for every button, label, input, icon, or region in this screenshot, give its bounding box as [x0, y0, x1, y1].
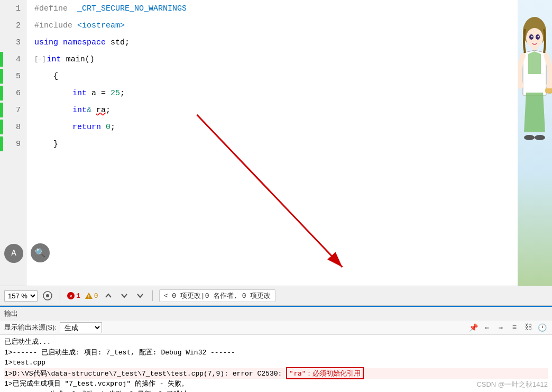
code-line-2: #include <iostream>: [32, 17, 552, 34]
code-line-6: int a = 25;: [32, 85, 552, 102]
clock-icon[interactable]: 🕐: [536, 322, 548, 333]
output-line-5: 1>已完成生成项目 "7_test.vcxproj" 的操作 - 失败。: [4, 379, 548, 389]
semi1: ;: [120, 89, 125, 98]
a-equals: a =: [87, 89, 111, 98]
ref-amp: &: [87, 106, 91, 115]
align-center-icon[interactable]: ≡: [509, 322, 520, 333]
output-toolbar: 显示输出来源(S): 生成 📌 ⇐ ⇒ ≡ ⛓ 🕐: [0, 321, 552, 335]
line-number-1: 1: [0, 0, 26, 17]
pin-icon[interactable]: 📌: [467, 322, 479, 333]
settings-icon[interactable]: [134, 290, 146, 302]
code-line-5: {: [32, 68, 552, 85]
svg-rect-11: [545, 88, 552, 93]
open-brace: {: [53, 72, 58, 81]
up-arrow-icon[interactable]: [103, 290, 114, 302]
output-panel: 输出 显示输出来源(S): 生成 📌 ⇐ ⇒ ≡ ⛓ 🕐 已启动生成... 1>…: [0, 306, 552, 392]
output-line-2: 1>------ 已启动生成: 项目: 7_test, 配置: Debug Wi…: [4, 348, 548, 358]
anime-svg: [518, 0, 552, 286]
collapse-icon[interactable]: [-]: [34, 56, 46, 63]
link-icon[interactable]: ⛓: [522, 322, 534, 333]
return-val: [101, 123, 106, 132]
source-select[interactable]: 生成: [60, 322, 102, 333]
output-content: 已启动生成... 1>------ 已启动生成: 项目: 7_test, 配置:…: [0, 335, 552, 392]
semi2: ;: [106, 106, 111, 115]
bottom-icons: A 🔍: [4, 243, 52, 388]
line-number-3: 3: [0, 34, 26, 51]
code-line-8: return 0;: [32, 118, 552, 135]
output-line-6: ========== 生成: 0 成功，1 失败，0 最新，0 已跳过 ====…: [4, 389, 548, 393]
close-brace: }: [53, 140, 58, 149]
space2: std;: [106, 38, 130, 47]
include-value: <iostream>: [77, 21, 125, 30]
line-number-2: 2: [0, 17, 26, 34]
code-line-7: int& ra;: [32, 102, 552, 118]
status-bar: 157 % 100 % 125 % 150 % 175 % 200 % ✕ 1 …: [0, 286, 552, 306]
editor-area: 1 2 3 4 5 6 7 8 9 #define _CRT_SECURE_NO…: [0, 0, 552, 286]
line-number-7: 7: [0, 102, 26, 118]
line-numbers: 1 2 3 4 5 6 7 8 9: [0, 0, 26, 286]
line-number-6: 6: [0, 85, 26, 102]
svg-text:✕: ✕: [69, 293, 73, 299]
divider-1: [60, 290, 60, 301]
line-number-8: 8: [0, 118, 26, 135]
ra-underline: ra: [96, 106, 106, 115]
kw-namespace: namespace: [63, 38, 106, 47]
line-number-9: 9: [0, 135, 26, 152]
git-info: < 0 项更改|0 名作者, 0 项更改: [164, 291, 271, 300]
svg-point-12: [524, 135, 535, 140]
warning-number: 0: [94, 292, 98, 300]
line-number-4: 4: [0, 51, 26, 68]
semi3: ;: [111, 123, 115, 132]
warning-icon: !: [85, 291, 93, 300]
pp-value: _CRT_SECURE_NO_WARNINGS: [77, 4, 187, 13]
code-area[interactable]: #define _CRT_SECURE_NO_WARNINGS #include…: [26, 0, 552, 286]
svg-point-2: [526, 28, 543, 48]
down-arrow-icon[interactable]: [118, 290, 130, 302]
indent8: [34, 123, 72, 132]
align-right-icon[interactable]: ⇒: [495, 322, 507, 333]
warning-count[interactable]: ! 0: [85, 291, 98, 300]
output-header: 输出: [0, 307, 552, 321]
svg-text:!: !: [87, 294, 90, 300]
code-line-4: [-]int main(): [32, 51, 552, 68]
align-left-icon[interactable]: ⇐: [481, 322, 493, 333]
svg-point-13: [535, 135, 545, 140]
csdn-watermark: CSDN @一叶之秋1412: [476, 380, 548, 389]
num-0: 0: [106, 123, 111, 132]
line-number-5: 5: [0, 68, 26, 85]
anime-panel: [518, 0, 552, 286]
code-container: 1 2 3 4 5 6 7 8 9 #define _CRT_SECURE_NO…: [0, 0, 552, 286]
num-25: 25: [111, 89, 120, 98]
indent7: [34, 106, 72, 115]
error-icon: ✕: [67, 291, 75, 300]
main-text: main(): [61, 55, 95, 64]
error-count[interactable]: ✕ 1: [67, 291, 80, 300]
include-hash: #include: [34, 21, 77, 30]
space1: [58, 38, 63, 47]
indent6: [34, 89, 72, 98]
error-box: "ra"：必须初始化引用: [286, 367, 364, 379]
kw-int-main: int: [47, 55, 61, 64]
output-line-3: 1>test.cpp: [4, 358, 548, 368]
ra-text: [91, 106, 96, 115]
output-line-4: 1>D:\VS代码\data-structure\7_test\7_test\t…: [4, 368, 548, 379]
pp-hash: #define: [34, 4, 77, 13]
kw-int-a: int: [72, 89, 87, 98]
icon-a[interactable]: A: [4, 244, 23, 263]
divider-2: [152, 290, 153, 301]
kw-int-ref: int: [72, 106, 87, 115]
code-line-1: #define _CRT_SECURE_NO_WARNINGS: [32, 0, 552, 17]
icon-search[interactable]: 🔍: [31, 243, 50, 262]
git-status[interactable]: < 0 项更改|0 名作者, 0 项更改: [159, 289, 276, 302]
kw-return: return: [72, 123, 101, 132]
indent9: [34, 140, 53, 149]
kw-using: using: [34, 38, 58, 47]
code-line-3: using namespace std;: [32, 34, 552, 51]
output-line-1: 已启动生成...: [4, 337, 548, 348]
csdn-text: CSDN @一叶之秋1412: [476, 380, 548, 388]
error-number: 1: [76, 292, 80, 300]
svg-point-5: [531, 36, 533, 38]
code-line-9: }: [32, 135, 552, 152]
indent5: [34, 72, 53, 81]
output-toolbar-icons: 📌 ⇐ ⇒ ≡ ⛓ 🕐: [467, 322, 548, 333]
